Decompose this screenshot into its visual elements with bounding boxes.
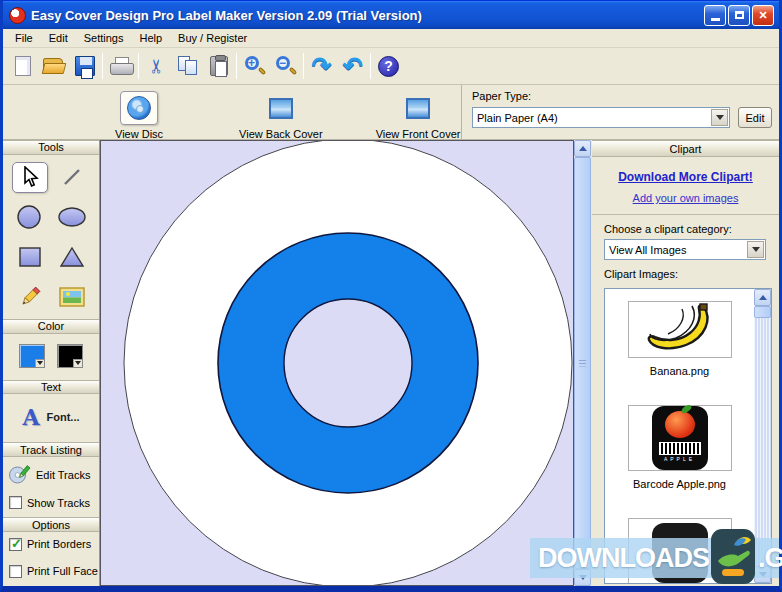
edit-paper-button[interactable]: Edit bbox=[738, 107, 772, 128]
clipart-item-barcode-apple[interactable]: APPLE bbox=[628, 405, 732, 471]
downloads-guru-watermark: DOWNLOADS .GURU bbox=[530, 538, 779, 578]
chevron-down-icon bbox=[37, 361, 43, 365]
zoom-out-button[interactable]: − bbox=[270, 51, 301, 81]
close-button[interactable]: ✕ bbox=[752, 5, 774, 26]
font-button[interactable]: A Font... bbox=[3, 394, 99, 442]
ellipse-icon bbox=[57, 205, 87, 229]
scrollbar-thumb[interactable] bbox=[754, 306, 771, 318]
zoom-in-icon: + bbox=[244, 55, 266, 77]
menu-file[interactable]: File bbox=[7, 30, 41, 46]
scroll-up-button[interactable] bbox=[754, 289, 771, 306]
clipart-category-dropdown[interactable]: View All Images bbox=[604, 239, 766, 260]
view-buttons-group: View Disc View Back Cover View Front Cov… bbox=[3, 85, 462, 139]
new-button[interactable] bbox=[7, 51, 38, 81]
dropdown-arrow-button[interactable] bbox=[711, 109, 728, 126]
clipart-item-label: Banana.png bbox=[650, 365, 709, 377]
print-button[interactable] bbox=[105, 51, 136, 81]
outline-color-swatch[interactable] bbox=[57, 344, 83, 368]
close-icon: ✕ bbox=[758, 9, 767, 22]
app-window: Easy Cover Design Pro Label Maker Versio… bbox=[0, 0, 782, 592]
clipboard-icon bbox=[210, 56, 228, 76]
undo-button[interactable]: ↶ bbox=[337, 51, 368, 81]
paper-type-label: Paper Type: bbox=[472, 90, 531, 102]
chevron-up-icon bbox=[759, 295, 767, 300]
menu-help[interactable]: Help bbox=[131, 30, 170, 46]
print-borders-label: Print Borders bbox=[27, 538, 91, 550]
redo-button[interactable]: ↷ bbox=[306, 51, 337, 81]
color-dropdown-button[interactable] bbox=[35, 359, 44, 367]
add-your-own-images-link[interactable]: Add your own images bbox=[592, 192, 779, 204]
fill-color-swatch[interactable] bbox=[19, 344, 45, 368]
toolbar-separator bbox=[303, 53, 304, 79]
clipart-panel: Clipart Download More Clipart! Add your … bbox=[592, 140, 779, 586]
zoom-in-button[interactable]: + bbox=[239, 51, 270, 81]
view-front-cover-button[interactable]: View Front Cover bbox=[376, 91, 461, 140]
menu-edit[interactable]: Edit bbox=[41, 30, 76, 46]
paper-type-dropdown[interactable]: Plain Paper (A4) bbox=[472, 107, 730, 128]
front-cover-icon bbox=[406, 98, 430, 119]
watermark-text-right: .GURU bbox=[758, 545, 782, 572]
print-full-face-checkbox[interactable]: ✓ bbox=[9, 565, 22, 578]
triangle-tool-button[interactable] bbox=[54, 242, 90, 273]
toolbar: ✂ + − ↷ ↶ ? bbox=[3, 48, 779, 85]
scroll-up-button[interactable] bbox=[574, 140, 591, 157]
clipart-category-label: Choose a clipart category: bbox=[604, 223, 779, 235]
edit-tracks-label: Edit Tracks bbox=[36, 469, 90, 481]
text-header: Text bbox=[3, 380, 99, 395]
menu-buy-register[interactable]: Buy / Register bbox=[170, 30, 255, 46]
show-tracks-row: ✓ Show Tracks bbox=[3, 490, 99, 517]
line-tool-button[interactable] bbox=[54, 162, 90, 193]
open-folder-icon bbox=[43, 58, 65, 74]
image-tool-button[interactable] bbox=[54, 282, 90, 313]
banana-image bbox=[642, 303, 718, 357]
redo-arrow-icon: ↷ bbox=[311, 54, 331, 78]
save-button[interactable] bbox=[69, 51, 100, 81]
clipart-item-banana[interactable] bbox=[628, 301, 732, 358]
view-disc-button[interactable]: View Disc bbox=[115, 91, 163, 140]
menu-settings[interactable]: Settings bbox=[76, 30, 132, 46]
triangle-icon bbox=[58, 245, 86, 269]
scrollbar-track[interactable] bbox=[754, 318, 771, 566]
copy-button[interactable] bbox=[172, 51, 203, 81]
view-back-cover-label: View Back Cover bbox=[239, 128, 323, 140]
toolbar-separator bbox=[138, 53, 139, 79]
pencil-tool-button[interactable] bbox=[12, 282, 48, 313]
ellipse-tool-button[interactable] bbox=[54, 202, 90, 233]
design-canvas[interactable] bbox=[100, 140, 574, 586]
view-front-cover-label: View Front Cover bbox=[376, 128, 461, 140]
canvas-vertical-scrollbar bbox=[574, 140, 591, 586]
pointer-tool-button[interactable] bbox=[12, 162, 48, 193]
clipart-header: Clipart bbox=[592, 140, 779, 157]
edit-tracks-button[interactable]: Edit Tracks bbox=[3, 457, 99, 490]
divider bbox=[592, 214, 779, 215]
toolbar-separator bbox=[102, 53, 103, 79]
print-borders-checkbox[interactable]: ✓ bbox=[9, 538, 22, 551]
paste-button[interactable] bbox=[203, 51, 234, 81]
printer-icon bbox=[110, 57, 132, 75]
maximize-button[interactable] bbox=[728, 5, 750, 26]
chevron-down-icon bbox=[716, 115, 724, 120]
window-title: Easy Cover Design Pro Label Maker Versio… bbox=[31, 8, 704, 23]
circle-tool-button[interactable] bbox=[12, 202, 48, 233]
show-tracks-checkbox[interactable]: ✓ bbox=[9, 496, 22, 509]
view-back-cover-button[interactable]: View Back Cover bbox=[239, 91, 323, 140]
clipart-category-value: View All Images bbox=[605, 244, 746, 256]
rectangle-tool-button[interactable] bbox=[12, 242, 48, 273]
open-button[interactable] bbox=[38, 51, 69, 81]
help-button[interactable]: ? bbox=[373, 51, 404, 81]
minimize-button[interactable] bbox=[704, 5, 726, 26]
toolbar-separator bbox=[370, 53, 371, 79]
rectangle-icon bbox=[17, 245, 43, 269]
dropdown-arrow-button[interactable] bbox=[747, 241, 764, 258]
title-bar: Easy Cover Design Pro Label Maker Versio… bbox=[3, 0, 779, 29]
line-icon bbox=[62, 167, 82, 187]
check-icon: ✓ bbox=[11, 536, 22, 551]
paper-type-value: Plain Paper (A4) bbox=[473, 112, 710, 124]
font-button-label: Font... bbox=[47, 411, 80, 423]
back-cover-icon bbox=[269, 98, 293, 119]
cut-button[interactable]: ✂ bbox=[141, 51, 172, 81]
download-more-clipart-link[interactable]: Download More Clipart! bbox=[592, 170, 779, 184]
color-dropdown-button[interactable] bbox=[73, 359, 82, 367]
scrollbar-thumb[interactable] bbox=[574, 157, 591, 569]
chevron-down-icon bbox=[75, 361, 81, 365]
